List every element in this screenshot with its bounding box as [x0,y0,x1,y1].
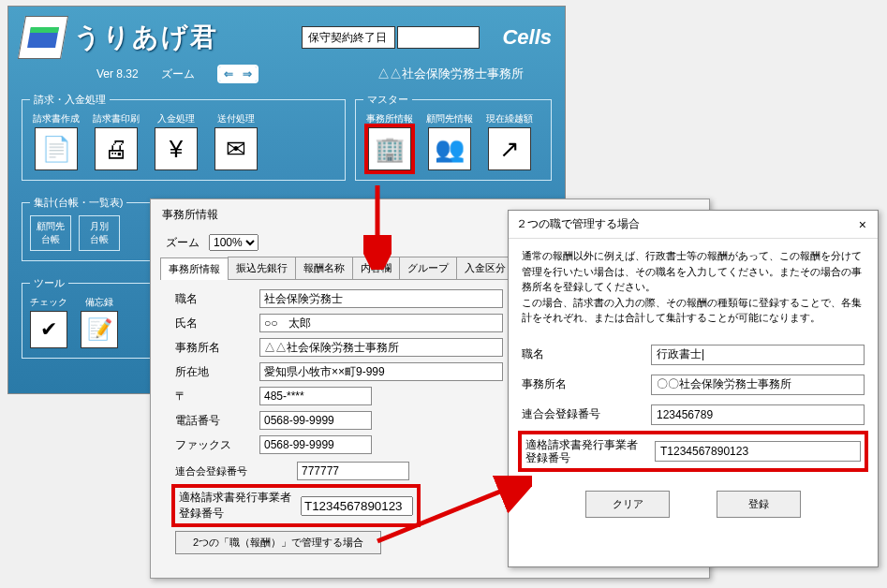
lbl-tel: 電話番号 [175,413,250,429]
app-title: うりあげ君 [74,20,218,55]
tab-group[interactable]: グループ [399,257,457,279]
lbl-fax: ファックス [175,437,250,453]
group-ledger-legend: 集計(台帳・一覧表) [30,196,126,210]
lbl-union: 連合会登録番号 [175,465,288,477]
btn-invoice-print[interactable]: 請求書印刷🖨 [90,112,142,170]
btn-memo[interactable]: 備忘録📝 [81,296,118,348]
zoom-buttons[interactable]: ⇐⇒ [217,65,259,83]
btn-monthly-ledger[interactable]: 月別 台帳 [79,215,120,251]
tab-office-info[interactable]: 事務所情報 [160,257,229,280]
group-billing-legend: 請求・入金処理 [30,93,110,107]
envelope-icon: ✉ [214,127,258,170]
version-label: Ver 8.32 [96,67,139,81]
tab-payment-cat[interactable]: 入金区分 [456,257,514,279]
input-fax[interactable] [259,435,372,454]
check-icon: ✔ [30,311,67,348]
btn-two-job-manage[interactable]: 2つの「職（報酬）」で管理する場合 [175,531,381,554]
lbl-zip: 〒 [175,389,250,404]
tj-input-invoice[interactable] [655,441,861,462]
tj-lbl-union: 連合会登録番号 [522,407,643,420]
input-office[interactable] [259,338,503,357]
printer-icon: 🖨 [95,127,138,170]
btn-clear[interactable]: クリア [585,491,670,518]
group-tool-legend: ツール [30,276,68,290]
office-zoom-select[interactable]: 100% [209,234,259,251]
office-zoom-label: ズーム [166,235,200,251]
btn-invoice-create[interactable]: 請求書作成📄 [30,112,82,170]
btn-client-info[interactable]: 顧問先情報👥 [423,112,476,170]
lbl-invoice-reg: 適格請求書発行事業者登録番号 [179,490,291,522]
two-job-description: 通常の報酬以外に例えば、行政書士等の報酬があって、この報酬を分けて管理を行いたい… [522,248,865,326]
lbl-name: 氏名 [175,316,250,331]
tj-lbl-office: 事務所名 [522,377,643,390]
arrow-icon: ↗ [488,127,531,170]
lbl-addr: 所在地 [175,364,250,380]
btn-register[interactable]: 登録 [717,491,801,518]
input-name[interactable] [259,314,503,332]
input-job[interactable] [259,289,503,308]
tj-input-union[interactable] [651,404,865,425]
btn-check[interactable]: チェック✔ [30,296,67,348]
tj-invoice-highlight: 適格請求書発行事業者登録番号 [522,434,865,469]
group-billing: 請求・入金処理 請求書作成📄 請求書印刷🖨 入金処理¥ 送付処理✉ [22,93,346,181]
close-icon[interactable]: × [855,217,870,232]
tj-input-job[interactable] [651,345,865,365]
header-office-name: △△社会保険労務士事務所 [377,66,524,82]
tj-lbl-job: 職名 [522,347,643,360]
invoice-create-icon: 📄 [35,127,78,170]
tab-bank[interactable]: 振込先銀行 [228,257,296,279]
contract-end-value [397,26,480,49]
yen-icon: ¥ [155,127,198,170]
lbl-job: 職名 [175,291,250,307]
btn-office-info[interactable]: 事務所情報🏢 [363,112,416,170]
tab-fee-name[interactable]: 報酬名称 [295,257,353,279]
tj-input-office[interactable] [651,375,865,395]
invoice-reg-highlight: 適格請求書発行事業者登録番号 [175,488,417,523]
btn-payment[interactable]: 入金処理¥ [150,112,202,170]
group-master: マスター 事務所情報🏢 顧問先情報👥 現在繰越額↗ [355,93,552,181]
input-zip[interactable] [259,387,372,405]
lbl-office: 事務所名 [175,340,250,356]
btn-carryover[interactable]: 現在繰越額↗ [483,112,536,170]
input-addr[interactable] [259,362,503,381]
btn-client-ledger[interactable]: 顧問先 台帳 [30,215,71,251]
office-icon: 🏢 [368,127,411,170]
zoom-label: ズーム [161,66,195,82]
input-union[interactable] [297,462,409,480]
app-logo-icon [18,16,68,59]
two-job-dialog-title: ２つの職で管理する場合 [516,216,640,232]
brand-name: Cells [502,25,552,50]
two-job-dialog: ２つの職で管理する場合 × 通常の報酬以外に例えば、行政書士等の報酬があって、こ… [508,210,879,567]
contract-end-label: 保守契約終了日 [302,26,395,49]
clients-icon: 👥 [428,127,471,170]
tab-content[interactable]: 内容欄 [352,257,400,279]
group-master-legend: マスター [363,93,412,107]
memo-icon: 📝 [81,311,118,348]
input-tel[interactable] [259,411,372,430]
btn-send[interactable]: 送付処理✉ [210,112,262,170]
input-invoice-reg[interactable] [301,496,413,516]
tj-lbl-invoice: 適格請求書発行事業者登録番号 [525,438,647,465]
